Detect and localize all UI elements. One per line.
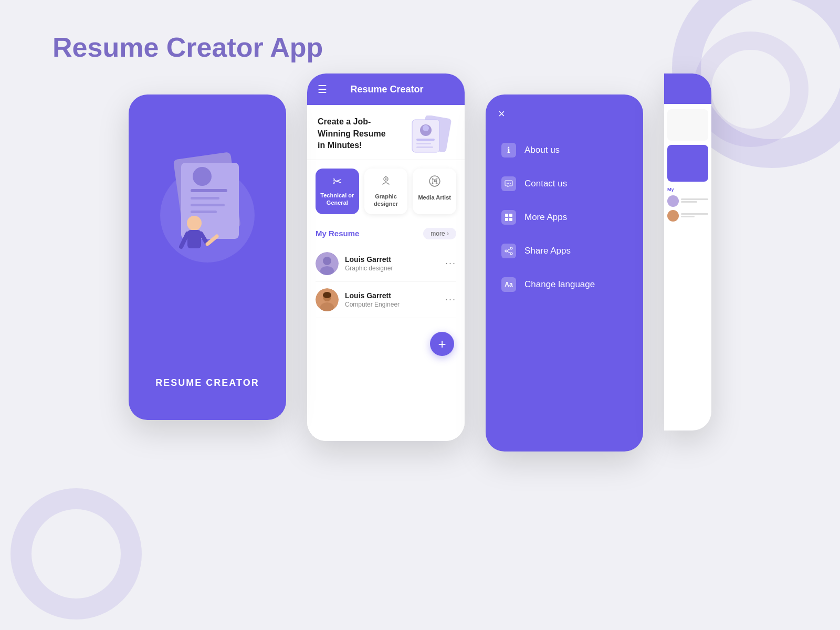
phones-container: RESUME CREATOR ☰ Resume Creator Create a… <box>129 94 711 452</box>
svg-point-31 <box>507 183 508 184</box>
graphic-icon <box>380 175 392 190</box>
resume-role-2: Computer Engineer <box>345 301 439 308</box>
about-icon: ℹ <box>501 143 516 158</box>
peek-lines-2 <box>681 213 708 218</box>
peek-header <box>664 74 711 104</box>
peek-line-1 <box>681 198 708 200</box>
peek-avatar-1 <box>667 195 679 207</box>
menu-contact-label: Contact us <box>524 178 567 189</box>
svg-line-41 <box>507 249 510 250</box>
close-icon[interactable]: × <box>486 107 643 133</box>
my-resume-header: My Resume more › <box>316 228 456 239</box>
peek-line-4 <box>681 216 695 217</box>
splash-title: RESUME CREATOR <box>155 377 259 388</box>
menu-item-more-apps[interactable]: More Apps <box>486 201 643 234</box>
svg-point-25 <box>323 257 331 265</box>
menu-share-label: Share Apps <box>524 246 571 256</box>
menu-item-about[interactable]: ℹ About us <box>486 133 643 167</box>
menu-item-contact[interactable]: Contact us <box>486 167 643 201</box>
resume-name-2: Louis Garrett <box>345 291 439 300</box>
category-media[interactable]: Media Artist <box>413 169 456 214</box>
hamburger-icon[interactable]: ☰ <box>318 83 327 96</box>
app-body: Create a Job-Winning Resume in Minutes! <box>307 105 465 441</box>
peek-cat-1 <box>667 145 708 182</box>
peek-lines-1 <box>681 198 708 204</box>
resume-item-2: Louis Garrett Computer Engineer ··· <box>316 282 456 318</box>
peek-avatar-2 <box>667 210 679 222</box>
resume-info-1: Louis Garrett Graphic designer <box>345 255 439 272</box>
category-graphic-label: Graphic designer <box>369 193 404 208</box>
menu-item-language[interactable]: Aа Change language <box>486 268 643 301</box>
category-graphic[interactable]: Graphic designer <box>364 169 408 214</box>
page-title: Resume Creator App <box>52 32 323 63</box>
svg-point-32 <box>508 183 509 184</box>
more-button[interactable]: more › <box>423 228 456 239</box>
svg-rect-18 <box>416 146 433 148</box>
categories-row: ✂ Technical or General Graphic designer <box>307 160 465 223</box>
fab-container: + <box>307 323 465 364</box>
app-header: ☰ Resume Creator <box>307 74 465 105</box>
app-header-title: Resume Creator <box>335 84 438 95</box>
svg-rect-8 <box>187 230 201 248</box>
svg-point-39 <box>505 250 507 252</box>
splash-illustration <box>155 136 260 262</box>
avatar-2 <box>316 288 339 311</box>
resume-info-2: Louis Garrett Computer Engineer <box>345 291 439 308</box>
menu-item-share[interactable]: Share Apps <box>486 234 643 268</box>
menu-about-label: About us <box>524 145 560 155</box>
resume-item-1: Louis Garrett Graphic designer ··· <box>316 246 456 282</box>
category-technical[interactable]: ✂ Technical or General <box>316 169 359 214</box>
peek-resume-item-1 <box>667 195 708 207</box>
more-dots-1[interactable]: ··· <box>445 258 456 269</box>
my-resume-title: My Resume <box>316 229 359 238</box>
category-media-label: Media Artist <box>418 194 451 201</box>
category-technical-label: Technical or General <box>320 192 355 207</box>
menu-language-label: Change language <box>524 279 595 290</box>
svg-point-20 <box>385 178 387 180</box>
media-icon <box>428 175 441 191</box>
contact-icon <box>501 176 516 191</box>
svg-rect-17 <box>416 143 431 144</box>
svg-point-7 <box>187 216 202 230</box>
peek-line-3 <box>681 213 708 215</box>
svg-point-40 <box>510 253 512 255</box>
phone-menu: × ℹ About us Contact us <box>486 94 643 452</box>
peek-cats <box>667 145 708 182</box>
peek-line-2 <box>681 201 697 203</box>
peek-section-title: My <box>667 187 708 192</box>
more-apps-icon <box>501 210 516 225</box>
svg-rect-2 <box>191 189 227 192</box>
resume-role-1: Graphic designer <box>345 265 439 272</box>
peek-resume-item-2 <box>667 210 708 222</box>
phone-main: ☰ Resume Creator Create a Job-Winning Re… <box>307 74 465 441</box>
hero-illustration <box>407 116 454 152</box>
svg-rect-4 <box>191 204 225 206</box>
peek-body: My <box>664 104 711 230</box>
svg-line-42 <box>507 251 510 253</box>
svg-point-23 <box>434 180 436 182</box>
my-resume-section: My Resume more › Louis Garrett Gra <box>307 223 465 323</box>
scissors-icon: ✂ <box>332 175 342 188</box>
menu-items: ℹ About us Contact us <box>486 133 643 439</box>
svg-rect-16 <box>416 139 435 141</box>
phone-splash: RESUME CREATOR <box>129 94 286 420</box>
peek-banner <box>667 109 708 141</box>
resume-name-1: Louis Garrett <box>345 255 439 264</box>
phone-peek: My <box>664 74 711 430</box>
svg-point-38 <box>510 247 512 249</box>
svg-rect-35 <box>509 214 512 217</box>
svg-rect-5 <box>191 211 217 213</box>
svg-point-30 <box>323 292 331 298</box>
svg-point-33 <box>510 183 511 184</box>
svg-point-6 <box>193 167 212 186</box>
fab-button[interactable]: + <box>430 332 454 356</box>
more-dots-2[interactable]: ··· <box>445 294 456 305</box>
menu-more-apps-label: More Apps <box>524 212 567 223</box>
phone-peek-inner: My <box>664 74 711 430</box>
svg-rect-3 <box>191 197 219 200</box>
svg-rect-37 <box>509 218 512 221</box>
share-icon <box>501 244 516 258</box>
hero-text: Create a Job-Winning Resume in Minutes! <box>318 116 391 151</box>
language-icon: Aа <box>501 277 516 292</box>
svg-rect-36 <box>505 218 508 221</box>
